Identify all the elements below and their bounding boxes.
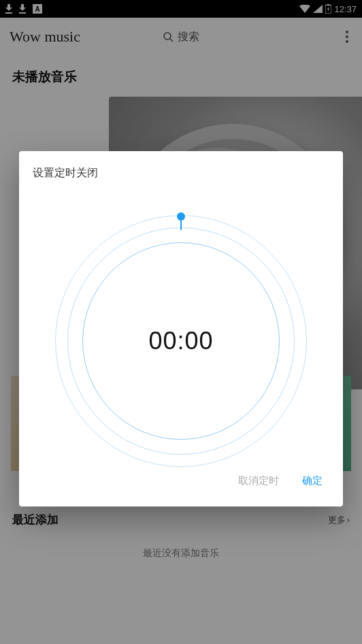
cancel-timer-button[interactable]: 取消定时 bbox=[235, 470, 282, 492]
timer-dial-container: 00:00 bbox=[33, 189, 329, 461]
dialog-title: 设置定时关闭 bbox=[33, 166, 329, 180]
dial-handle[interactable] bbox=[177, 212, 185, 221]
confirm-button[interactable]: 确定 bbox=[299, 470, 325, 492]
timer-dial[interactable]: 00:00 bbox=[55, 215, 307, 467]
timer-value: 00:00 bbox=[148, 327, 213, 355]
sleep-timer-dialog: 设置定时关闭 00:00 取消定时 确定 bbox=[19, 151, 343, 506]
